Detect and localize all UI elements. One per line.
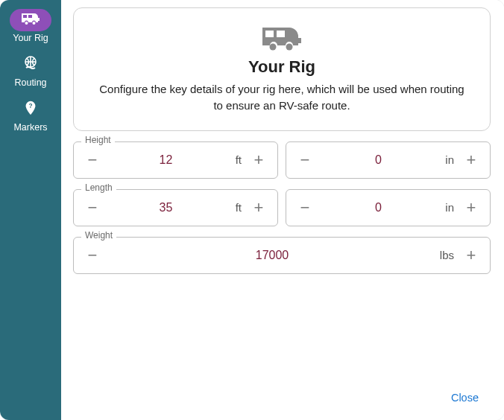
rv-large-icon [261,25,303,51]
increment-button[interactable]: + [459,243,484,268]
length-row: Length − 35 ft + − 0 in + [73,189,491,226]
minus-icon: − [88,198,98,217]
decrement-button[interactable]: − [80,147,105,173]
unit-label: ft [227,153,242,166]
sidebar-icon-wrap [10,54,51,76]
increment-button[interactable]: + [246,147,271,173]
svg-point-1 [33,22,36,25]
field-label: Length [81,182,116,193]
unit-label: ft [227,201,242,214]
sidebar-item-markers[interactable]: ? Markers [10,95,51,136]
hero-card: Your Rig Configure the key details of yo… [73,7,491,131]
height-in-stepper: − 0 in + [286,141,491,179]
field-label: Height [81,135,115,145]
decrement-button[interactable]: − [80,195,105,220]
sidebar-item-label: Your Rig [13,33,48,43]
sidebar: Your Rig Routing ? [0,0,61,420]
increment-button[interactable]: + [459,195,484,220]
minus-icon: − [300,198,310,217]
sidebar-item-routing[interactable]: Routing [10,51,51,91]
sidebar-icon-wrap [10,9,51,31]
decrement-button[interactable]: − [292,195,318,220]
decrement-button[interactable]: − [80,243,105,268]
increment-button[interactable]: + [246,195,271,220]
main-panel: Your Rig Configure the key details of yo… [61,0,504,420]
fields-container: Height − 12 ft + − 0 in + Length − [73,141,491,274]
app-root: Your Rig Routing ? [0,0,504,420]
hero-title: Your Rig [95,57,469,77]
rv-icon [21,12,40,28]
minus-icon: − [300,150,310,170]
length-in-value[interactable]: 0 [318,201,439,214]
length-in-stepper: − 0 in + [286,189,491,226]
height-in-value[interactable]: 0 [318,153,439,167]
close-button[interactable]: Close [444,386,486,410]
minus-icon: − [88,246,98,265]
plus-icon: + [254,198,264,217]
length-ft-stepper: Length − 35 ft + [73,189,278,226]
svg-point-4 [270,44,277,51]
decrement-button[interactable]: − [292,147,318,173]
weight-row: Weight − 17000 lbs + [73,237,491,274]
unit-label: in [439,201,454,214]
svg-point-5 [286,44,293,51]
sidebar-icon-wrap: ? [10,98,51,121]
length-ft-value[interactable]: 35 [105,201,227,214]
plus-icon: + [467,150,476,170]
height-row: Height − 12 ft + − 0 in + [73,141,491,179]
height-ft-value[interactable]: 12 [105,153,227,167]
hero-description: Configure the key details of your rig he… [95,81,469,114]
increment-button[interactable]: + [459,147,484,173]
sidebar-item-label: Markers [13,122,47,133]
pin-icon: ? [22,99,39,120]
globe-hand-icon [22,54,40,75]
svg-point-0 [25,22,28,25]
sidebar-item-your-rig[interactable]: Your Rig [10,6,51,46]
unit-label: lbs [439,249,454,261]
height-ft-stepper: Height − 12 ft + [73,141,278,179]
sidebar-item-label: Routing [14,77,46,88]
plus-icon: + [467,246,476,265]
plus-icon: + [254,150,264,170]
weight-value[interactable]: 17000 [105,249,439,262]
minus-icon: − [88,150,98,170]
svg-text:?: ? [28,103,32,109]
footer: Close [73,381,491,413]
weight-stepper: Weight − 17000 lbs + [73,237,491,274]
field-label: Weight [81,230,116,241]
plus-icon: + [467,198,476,217]
unit-label: in [439,153,454,166]
